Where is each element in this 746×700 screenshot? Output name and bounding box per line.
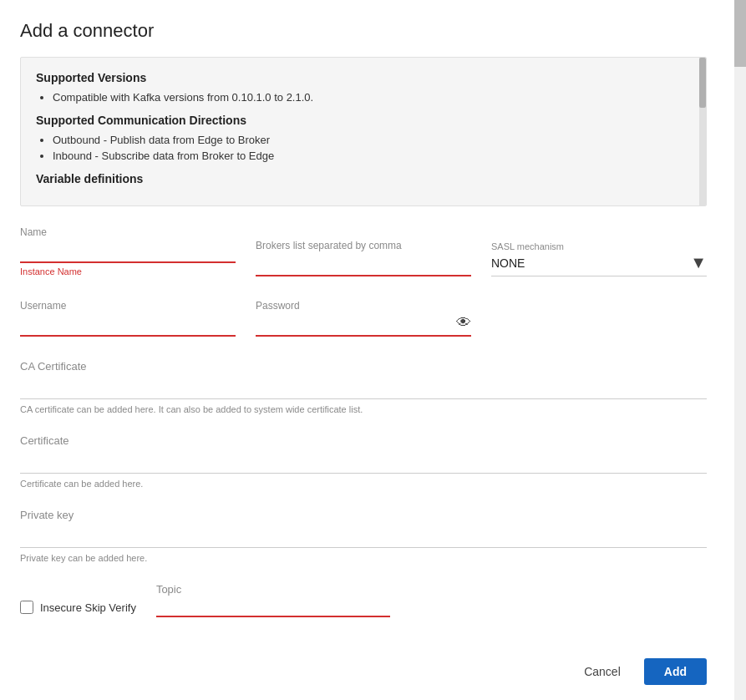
supported-versions-heading: Supported Versions: [36, 71, 691, 84]
dialog-title: Add a connector: [20, 20, 707, 42]
private-key-textarea[interactable]: [20, 525, 707, 548]
brokers-label: Brokers list separated by comma: [256, 240, 471, 251]
cert-label: Certificate: [20, 434, 707, 447]
insecure-skip-label: Insecure Skip Verify: [40, 601, 136, 614]
add-button[interactable]: Add: [644, 658, 707, 685]
password-wrapper: 👁: [256, 315, 471, 337]
name-hint: Instance Name: [20, 266, 236, 276]
brokers-field: Brokers list separated by comma: [256, 240, 471, 276]
info-box: Supported Versions Compatible with Kafka…: [20, 57, 707, 206]
ca-cert-textarea[interactable]: [20, 376, 707, 399]
private-key-field: Private key Private key can be added her…: [20, 509, 707, 563]
name-brokers-sasl-row: Name Instance Name Brokers list separate…: [20, 226, 707, 276]
supported-comm-heading: Supported Communication Directions: [36, 114, 691, 127]
add-connector-dialog: Add a connector Supported Versions Compa…: [0, 0, 727, 700]
password-field: Password 👁: [256, 300, 471, 337]
ca-cert-field: CA Certificate CA certificate can be add…: [20, 360, 707, 414]
brokers-input[interactable]: [256, 255, 471, 276]
cert-textarea[interactable]: [20, 450, 707, 474]
sasl-select-wrapper[interactable]: NONE ▼: [491, 253, 707, 276]
insecure-skip-field: Insecure Skip Verify: [20, 601, 136, 617]
topic-field: Topic: [156, 583, 390, 617]
cert-hint: Certificate can be added here.: [20, 479, 707, 489]
page-scrollbar[interactable]: [734, 0, 746, 700]
topic-label: Topic: [156, 583, 390, 596]
variable-def-heading: Variable definitions: [36, 172, 691, 185]
private-key-label: Private key: [20, 509, 707, 521]
button-row: Cancel Add: [571, 658, 707, 685]
sasl-value: NONE: [491, 256, 690, 270]
comm-item-2: Inbound - Subscribe data from Broker to …: [53, 150, 691, 162]
sasl-field: SASL mechanism NONE ▼: [491, 241, 707, 276]
sasl-dropdown-arrow-icon[interactable]: ▼: [690, 253, 707, 272]
ca-cert-label: CA Certificate: [20, 360, 707, 373]
info-box-scrollbar-track[interactable]: [699, 58, 706, 205]
password-toggle-icon[interactable]: 👁: [456, 314, 471, 332]
ca-cert-hint: CA certificate can be added here. It can…: [20, 404, 707, 414]
page-scrollbar-thumb[interactable]: [734, 0, 746, 67]
private-key-hint: Private key can be added here.: [20, 553, 707, 563]
info-box-scrollbar-thumb[interactable]: [699, 58, 706, 108]
kafka-version-item: Compatible with Kafka versions from 0.10…: [53, 91, 691, 104]
checkbox-topic-row: Insecure Skip Verify Topic: [20, 583, 707, 617]
username-password-row: Username Password 👁: [20, 300, 707, 337]
name-input[interactable]: [20, 241, 236, 263]
name-label: Name: [20, 226, 236, 238]
password-label: Password: [256, 300, 471, 312]
username-label: Username: [20, 300, 236, 312]
password-input[interactable]: [256, 315, 471, 337]
topic-input[interactable]: [156, 599, 390, 617]
cert-field: Certificate Certificate can be added her…: [20, 434, 707, 489]
username-field: Username: [20, 300, 236, 337]
username-input[interactable]: [20, 315, 236, 337]
insecure-skip-checkbox[interactable]: [20, 601, 33, 614]
comm-item-1: Outbound - Publish data from Edge to Bro…: [53, 134, 691, 146]
name-field: Name Instance Name: [20, 226, 236, 276]
sasl-label: SASL mechanism: [491, 241, 707, 251]
cancel-button[interactable]: Cancel: [571, 658, 634, 685]
